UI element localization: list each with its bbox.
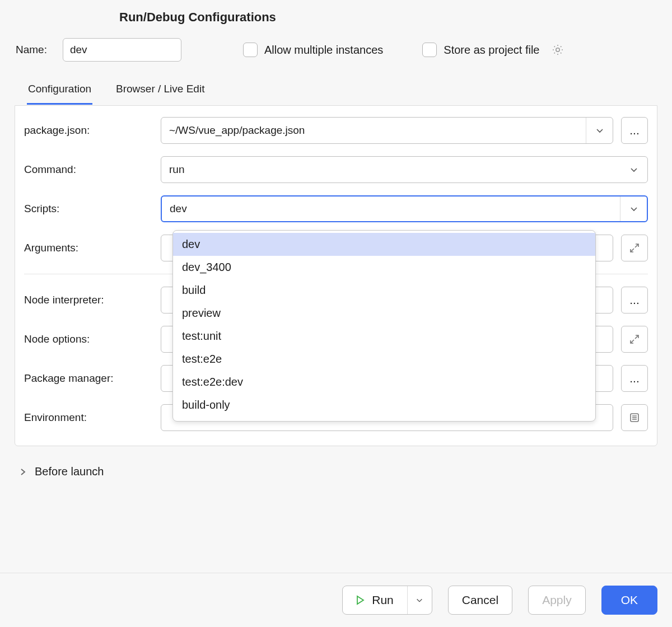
package-manager-browse-button[interactable]: ... [621,365,648,392]
dropdown-item[interactable]: test:e2e [173,348,595,371]
store-checkbox-row[interactable]: Store as project file [422,43,539,57]
chevron-down-icon [416,596,423,604]
tab-browser-live-edit[interactable]: Browser / Live Edit [115,77,206,105]
dialog-title: Run/Debug Configurations [0,0,672,32]
apply-button[interactable]: Apply [528,586,586,615]
tab-configuration[interactable]: Configuration [27,77,92,105]
node-interpreter-browse-button[interactable]: ... [621,287,648,314]
ok-button[interactable]: OK [601,586,657,615]
environment-label: Environment: [24,411,161,424]
list-icon [629,412,640,423]
run-label: Run [372,593,394,607]
scripts-value: dev [162,196,620,221]
allow-multiple-label: Allow multiple instances [264,44,383,57]
dropdown-item[interactable]: build-only [173,394,595,417]
gear-icon[interactable] [551,43,564,57]
command-combo[interactable]: run [161,156,648,183]
before-launch-label: Before launch [35,465,104,478]
command-value: run [161,157,620,183]
svg-point-0 [556,48,559,52]
node-interpreter-label: Node interpreter: [24,294,161,306]
node-options-label: Node options: [24,333,161,345]
before-launch-section[interactable]: Before launch [0,446,672,487]
expand-icon [629,334,640,345]
chevron-right-icon [19,468,27,476]
dropdown-item[interactable]: test:unit [173,325,595,348]
command-dropdown-button[interactable] [620,157,647,183]
package-json-value: ~/WS/vue_app/package.json [161,118,586,143]
chevron-down-icon [629,204,638,213]
arguments-expand-button[interactable] [621,235,648,261]
dropdown-item[interactable]: test:e2e:dev [173,371,595,394]
cancel-button[interactable]: Cancel [448,586,512,615]
package-json-combo[interactable]: ~/WS/vue_app/package.json [161,117,613,144]
dropdown-item[interactable]: preview [173,302,595,325]
run-dropdown[interactable] [407,586,432,614]
allow-multiple-checkbox-row[interactable]: Allow multiple instances [243,43,383,57]
allow-multiple-checkbox[interactable] [243,43,258,57]
name-label: Name: [16,44,47,56]
dropdown-item[interactable]: dev_3400 [173,256,595,279]
scripts-combo[interactable]: dev [161,195,648,222]
expand-icon [629,242,640,254]
arguments-label: Arguments: [24,242,161,254]
node-options-expand-button[interactable] [621,326,648,353]
package-json-label: package.json: [24,124,161,137]
package-json-dropdown-button[interactable] [586,118,613,143]
environment-list-button[interactable] [621,404,648,431]
dropdown-item[interactable]: dev [173,233,595,256]
scripts-dropdown[interactable]: dev dev_3400 build preview test:unit tes… [172,230,596,422]
package-json-browse-button[interactable]: ... [621,117,648,144]
name-input[interactable] [63,38,181,62]
store-checkbox[interactable] [422,43,437,57]
scripts-label: Scripts: [24,203,161,215]
scripts-dropdown-button[interactable] [620,196,647,221]
package-manager-label: Package manager: [24,372,161,385]
dropdown-item[interactable]: build [173,279,595,302]
chevron-down-icon [595,126,604,135]
chevron-down-icon [629,165,638,174]
store-label: Store as project file [444,44,539,57]
command-label: Command: [24,163,161,176]
play-icon [355,595,365,605]
run-button[interactable]: Run [342,586,432,615]
